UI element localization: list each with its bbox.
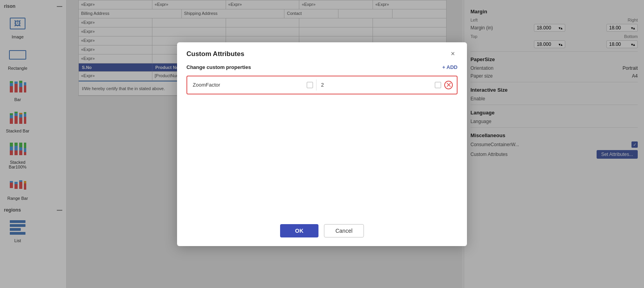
modal-header: Custom Attributes ×	[177, 42, 467, 64]
modal-close-button[interactable]: ×	[448, 49, 458, 59]
attribute-value-checkbox[interactable]	[435, 82, 441, 88]
ok-button[interactable]: OK	[280, 224, 318, 237]
attr-separator	[316, 80, 317, 91]
delete-attribute-button[interactable]: ✕	[444, 81, 453, 89]
attribute-name-input[interactable]	[191, 81, 304, 89]
custom-attributes-modal: Custom Attributes × Change custom proper…	[177, 42, 467, 246]
modal-subheader: Change custom properties + ADD	[186, 64, 458, 70]
modal-overlay: Custom Attributes × Change custom proper…	[0, 0, 644, 288]
modal-body: Change custom properties + ADD ✕	[177, 64, 467, 218]
add-attribute-link[interactable]: + ADD	[442, 64, 458, 70]
modal-title: Custom Attributes	[186, 50, 244, 58]
change-custom-properties-label: Change custom properties	[186, 64, 251, 70]
cancel-button[interactable]: Cancel	[324, 224, 364, 237]
modal-footer: OK Cancel	[177, 218, 467, 246]
attribute-value-input[interactable]	[320, 81, 432, 89]
attribute-row-1: ✕	[186, 76, 458, 94]
attribute-name-checkbox[interactable]	[307, 82, 313, 88]
